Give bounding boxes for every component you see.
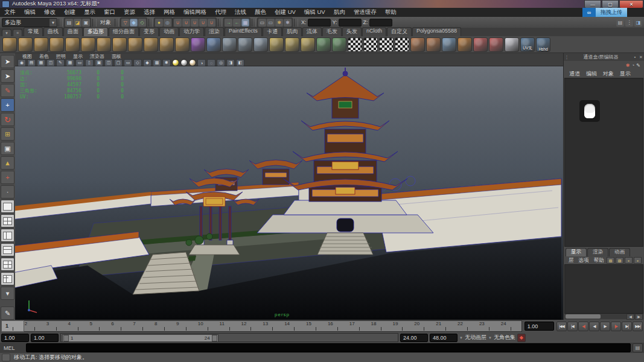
playback-start-field[interactable]: 1.00 xyxy=(31,334,59,342)
shelf-tab-曲面[interactable]: 曲面 xyxy=(63,27,83,36)
range-end-grip[interactable] xyxy=(212,335,217,341)
extrude-icon[interactable] xyxy=(457,37,472,52)
command-input[interactable] xyxy=(26,343,631,352)
layer-tab-渲染[interactable]: 渲染 xyxy=(587,248,608,256)
current-time-field[interactable]: 1.00 xyxy=(524,322,554,331)
frame-2[interactable]: 2 xyxy=(24,321,45,331)
channel-box-menu-3[interactable]: 显示 xyxy=(617,70,634,78)
move-tool[interactable]: + xyxy=(1,98,14,112)
menu-10[interactable]: 代理 xyxy=(211,8,231,16)
panel-menu-1[interactable]: 着色 xyxy=(36,53,53,60)
range-thumb[interactable]: 1 24 xyxy=(62,334,218,342)
separator[interactable] xyxy=(252,19,256,27)
subdiv-proxy-icon[interactable] xyxy=(206,37,221,52)
frame-18[interactable]: 18 xyxy=(370,321,392,331)
channel-box-menu-2[interactable]: 对象 xyxy=(600,70,617,78)
snap-to-view-plane-icon[interactable]: ∪ xyxy=(199,19,207,27)
frame-3[interactable]: 3 xyxy=(45,321,67,331)
frame-22[interactable]: 22 xyxy=(456,321,478,331)
poly-prism-icon[interactable] xyxy=(97,37,111,52)
panel-menu-0[interactable]: 视图 xyxy=(19,53,36,60)
shelf-tab-卡通[interactable]: 卡通 xyxy=(263,27,282,36)
pin-panel-icon[interactable]: ▪ xyxy=(632,55,638,59)
upload-button[interactable]: 拖拽上传 xyxy=(596,8,627,17)
gamma-icon[interactable]: ◧ xyxy=(236,59,244,66)
frame-20[interactable]: 20 xyxy=(413,321,435,331)
save-scene-icon[interactable]: ▣ xyxy=(82,19,90,27)
menu-6[interactable]: 资源 xyxy=(120,8,139,16)
split-polygon-icon[interactable] xyxy=(473,37,488,52)
safe-title-icon[interactable]: ▭ xyxy=(124,59,132,66)
menu-1[interactable]: 编辑 xyxy=(20,8,40,16)
shelf-tab-PaintEffects[interactable]: PaintEffects xyxy=(225,27,262,36)
poly-pipe-icon[interactable] xyxy=(128,37,142,52)
layer-menu-0[interactable]: 层 xyxy=(566,257,576,264)
menu-0[interactable]: 文件 xyxy=(0,8,20,16)
create-layer-from-selected-icon[interactable]: + xyxy=(634,257,642,264)
hyperbolic-icon[interactable]: ◔ xyxy=(631,63,634,68)
step-forward-key-button[interactable]: |▶ xyxy=(611,322,621,331)
bevel-icon[interactable] xyxy=(426,37,441,52)
menu-set-dropdown[interactable]: 多边形 ▼ xyxy=(2,18,57,27)
layer-list-area[interactable] xyxy=(564,264,643,314)
sculpt-brush-icon[interactable]: ✎ xyxy=(1,306,14,320)
shelf-tab-常规[interactable]: 常规 xyxy=(24,27,43,36)
animation-end-field[interactable]: 48.00 xyxy=(430,334,457,342)
default-light-icon[interactable] xyxy=(172,59,179,66)
grease-pencil-icon[interactable]: ✎ xyxy=(56,59,65,66)
frame-14[interactable]: 14 xyxy=(283,321,305,331)
paint-effects-panel-icon[interactable]: ✱ xyxy=(284,19,292,27)
poly-cone-icon[interactable] xyxy=(49,37,64,52)
render-settings-icon[interactable]: ✱ xyxy=(275,19,283,27)
menu-7[interactable]: 选择 xyxy=(139,8,159,16)
play-forwards-button[interactable]: ▶ xyxy=(600,322,610,331)
construction-history-icon[interactable]: ▦ xyxy=(241,19,249,27)
frame-5[interactable]: 5 xyxy=(88,321,110,331)
exposure-icon[interactable]: ◨ xyxy=(226,59,235,66)
shelf-tab-nCloth[interactable]: nCloth xyxy=(362,27,386,36)
quadrangulate-icon[interactable] xyxy=(332,37,346,52)
textured-light-icon[interactable] xyxy=(189,59,196,66)
scale-tool[interactable]: ⊞ xyxy=(1,127,14,141)
uv-checker-b-icon[interactable] xyxy=(363,37,378,52)
sculpt-geometry-icon[interactable] xyxy=(505,37,519,52)
image-plane-icon[interactable]: ▦ xyxy=(37,59,45,66)
frame-15[interactable]: 15 xyxy=(305,321,327,331)
shelf-tab-menu-icon[interactable]: ▾ xyxy=(2,29,11,36)
step-back-frame-button[interactable]: |◀ xyxy=(567,322,578,331)
range-start-grip[interactable] xyxy=(63,335,69,341)
frame-9[interactable]: 9 xyxy=(175,321,197,331)
select-by-object-icon[interactable]: ◆ xyxy=(130,19,138,27)
select-by-hierarchy-icon[interactable]: ▽ xyxy=(121,19,129,27)
show-manipulator-tool[interactable]: + xyxy=(1,171,14,184)
go-to-start-button[interactable]: |◀◀ xyxy=(556,322,567,331)
scroll-arrow-1[interactable]: ▶ xyxy=(635,314,643,320)
shelf-tab-头发[interactable]: 头发 xyxy=(342,27,362,36)
new-scene-icon[interactable]: ▤ xyxy=(65,19,73,27)
uv-checker-a-icon[interactable] xyxy=(348,37,362,52)
separator[interactable] xyxy=(294,19,298,27)
minimize-button[interactable]: — xyxy=(584,0,601,8)
scrollbar-thumb[interactable] xyxy=(566,314,601,319)
channel-layout-icon[interactable]: ⋮ xyxy=(625,19,633,27)
frame-21[interactable]: 21 xyxy=(435,321,456,331)
menu-2[interactable]: 修改 xyxy=(40,8,60,16)
anim-layer-dropdown[interactable]: ▼ 无动画层 xyxy=(459,334,486,341)
boolean-union-icon[interactable] xyxy=(269,37,284,52)
shelf-tab-多边形[interactable]: 多边形 xyxy=(83,27,108,36)
input-connections-icon[interactable]: → xyxy=(225,19,232,27)
frame-13[interactable]: 13 xyxy=(261,321,283,331)
speed-mode-icon[interactable]: ✱ xyxy=(626,63,630,68)
shelf-edit-menu-icon[interactable]: ≡ xyxy=(13,29,22,36)
extract-icon[interactable] xyxy=(253,37,268,52)
layer-scrollbar[interactable]: ◀▶ xyxy=(564,314,643,319)
command-language-toggle[interactable]: MEL xyxy=(1,345,24,351)
last-tool-used[interactable]: · xyxy=(1,185,14,198)
layer-menu-1[interactable]: 选项 xyxy=(576,257,591,264)
tool-settings-toggle-icon[interactable]: ▤ xyxy=(616,19,624,27)
poly-cube-icon[interactable] xyxy=(18,37,33,52)
range-track[interactable]: 1 24 xyxy=(60,333,398,342)
poly-platonic-icon[interactable] xyxy=(175,37,190,52)
frame-4[interactable]: 4 xyxy=(67,321,89,331)
shelf-tab-动画[interactable]: 动画 xyxy=(159,27,179,36)
